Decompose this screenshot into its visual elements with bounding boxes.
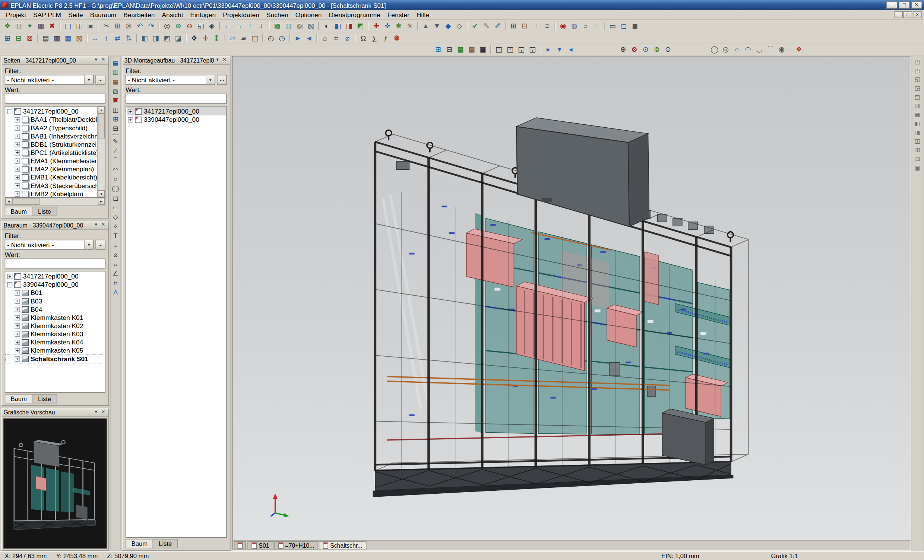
minimize-button[interactable]: –	[886, 1, 897, 9]
tree-item[interactable]: + BPC1 (Artikelstückliste)	[6, 148, 97, 157]
panel-tab[interactable]: Liste	[32, 207, 57, 216]
toolbar-button[interactable]: ▧	[305, 21, 316, 31]
vertical-scrollbar[interactable]: ▲ ▼	[97, 106, 105, 197]
toolbar-button[interactable]: ◻	[618, 21, 629, 31]
tree-item[interactable]: + 3417217epl000_00	[127, 107, 226, 115]
toolbar-button[interactable]: ⌀	[342, 33, 353, 43]
toolbar-button[interactable]: ✦	[24, 21, 35, 31]
view-tool-button[interactable]: ◲	[913, 84, 922, 93]
tree-item[interactable]: + BAA1 (Titelblatt/Deckblatt)	[6, 115, 97, 124]
toolbar-button[interactable]: ◈	[206, 21, 218, 31]
toolbar-button[interactable]	[554, 22, 555, 30]
chevron-down-icon[interactable]: ▼	[84, 240, 93, 249]
toolbar-button[interactable]: ⇅	[123, 33, 135, 43]
drawing-tool-button[interactable]: ✎	[111, 137, 120, 146]
toolbar-button[interactable]	[290, 34, 291, 42]
expander-icon[interactable]: +	[15, 314, 20, 320]
tree-item[interactable]: + EMA2 (Klemmenplan)	[6, 165, 97, 173]
toolbar-button[interactable]: ↶	[135, 21, 146, 31]
viewport-tab[interactable]: S01	[248, 541, 273, 550]
toolbar-button[interactable]	[262, 34, 263, 42]
drawing-tool-button[interactable]: A	[111, 287, 120, 297]
tree-item[interactable]: + B04	[6, 305, 105, 313]
drawing-tool-button[interactable]: T	[111, 231, 120, 240]
toolbar-button[interactable]	[268, 22, 270, 30]
filter-combobox[interactable]: - Nicht aktiviert - ▼	[5, 75, 94, 85]
tree-item[interactable]: + Klemmkasten K03	[6, 330, 105, 338]
toolbar-button[interactable]: ▦	[455, 44, 466, 54]
toolbar-button[interactable]: ▨	[294, 21, 305, 31]
montage-panel-header[interactable]: 3D-Montageaufbau - 3417217epl000_00 ▾ ✕	[123, 57, 230, 65]
toolbar-button[interactable]: ◨	[344, 21, 355, 31]
tree-item[interactable]: + 3417217epl000_00	[6, 272, 105, 280]
toolbar-button[interactable]: ⊞	[112, 21, 123, 31]
tree-item[interactable]: - 3390447epl000_00	[6, 280, 105, 289]
toolbar-button[interactable]: ▦	[13, 21, 24, 31]
viewport-tab[interactable]: =70+H10...	[274, 541, 318, 550]
tab-list-button[interactable]	[234, 541, 246, 550]
toolbar-button[interactable]: ⊙	[640, 44, 651, 54]
toolbar-button[interactable]: ◰	[504, 44, 516, 54]
filter-more-button[interactable]: ...	[95, 75, 105, 85]
scrollbar-thumb[interactable]	[98, 114, 105, 138]
toolbar-button[interactable]	[158, 22, 159, 30]
toolbar-button[interactable]	[224, 34, 225, 42]
toolbar-button[interactable]: ∑	[369, 33, 380, 43]
view-tool-button[interactable]: ◧	[913, 119, 922, 128]
drawing-tool-button[interactable]: ▦	[111, 77, 120, 86]
panel-menu-icon[interactable]: ▾	[92, 57, 99, 63]
toolbar-button[interactable]: ◫	[249, 33, 260, 43]
view-tool-button[interactable]: ▤	[913, 92, 922, 101]
toolbar-button[interactable]: ◯	[709, 44, 720, 54]
toolbar-button[interactable]: ◧	[139, 33, 150, 43]
toolbar-button[interactable]: ◎	[161, 21, 172, 31]
toolbar-button[interactable]: ◩	[161, 33, 172, 43]
toolbar-button[interactable]: ←	[222, 21, 233, 31]
scroll-down-icon[interactable]: ▼	[98, 190, 105, 197]
toolbar-button[interactable]: ⇄	[112, 33, 123, 43]
expander-icon[interactable]: +	[15, 298, 20, 304]
menu-item[interactable]: SAP PLM	[29, 10, 64, 19]
toolbar-button[interactable]: ◉	[557, 21, 568, 31]
view-tool-button[interactable]: ⊟	[913, 154, 922, 163]
toolbar-button[interactable]: ↑	[244, 21, 256, 31]
close-button[interactable]: ✕	[911, 1, 922, 9]
toolbar-button[interactable]: ❖	[793, 44, 804, 54]
scroll-up-icon[interactable]: ▲	[98, 106, 105, 114]
toolbar-button[interactable]: ▤	[63, 21, 74, 31]
panel-close-icon[interactable]: ✕	[99, 409, 106, 416]
panel-close-icon[interactable]: ✕	[99, 57, 106, 63]
toolbar-button[interactable]: ▤	[466, 44, 477, 54]
tree-item[interactable]: + Klemmkasten K05	[6, 346, 105, 355]
toolbar-button[interactable]: ◴	[265, 33, 276, 43]
view-tool-button[interactable]: ◱	[913, 75, 922, 84]
drawing-tool-button[interactable]: ▥	[111, 67, 120, 76]
panel-close-icon[interactable]: ✕	[221, 57, 228, 63]
toolbar-button[interactable]: ◍	[568, 21, 580, 31]
3d-canvas[interactable]	[233, 57, 910, 540]
pages-panel-header[interactable]: Seiten - 3417217epl000_00 ▾ ✕	[2, 57, 108, 65]
toolbar-button[interactable]	[355, 34, 356, 42]
expander-icon[interactable]: -	[7, 282, 12, 287]
toolbar-button[interactable]: ▩	[272, 21, 283, 31]
toolbar-button[interactable]: ▱	[227, 33, 238, 43]
view-tool-button[interactable]: ⊞	[913, 145, 922, 154]
panel-tab[interactable]: Baum	[5, 394, 33, 403]
drawing-tool-button[interactable]: ⌀	[111, 250, 120, 259]
toolbar-button[interactable]: ▥	[51, 33, 63, 43]
toolbar-button[interactable]: ◇	[454, 21, 465, 31]
tree-item[interactable]: + EMA3 (Steckerübersicht)	[6, 181, 97, 190]
drawing-tool-button[interactable]: ◯	[111, 184, 120, 193]
toolbar-button[interactable]: ⌗	[330, 33, 342, 43]
toolbar-button[interactable]: ƒ	[380, 33, 391, 43]
view-tool-button[interactable]: ◨	[913, 128, 922, 137]
toolbar-button[interactable]: ⊗	[629, 44, 640, 54]
drawing-tool-button[interactable]: ◻	[111, 193, 120, 202]
toolbar-button[interactable]: ◷	[276, 33, 288, 43]
toolbar-button[interactable]: ≡	[542, 21, 553, 31]
toolbar-button[interactable]: ⊜	[663, 44, 674, 54]
toolbar-button[interactable]: ◫	[74, 21, 85, 31]
toolbar-button[interactable]: ◂	[565, 44, 576, 54]
toolbar-button[interactable]: ▧	[74, 33, 85, 43]
menu-item[interactable]: Fenster	[384, 10, 413, 19]
